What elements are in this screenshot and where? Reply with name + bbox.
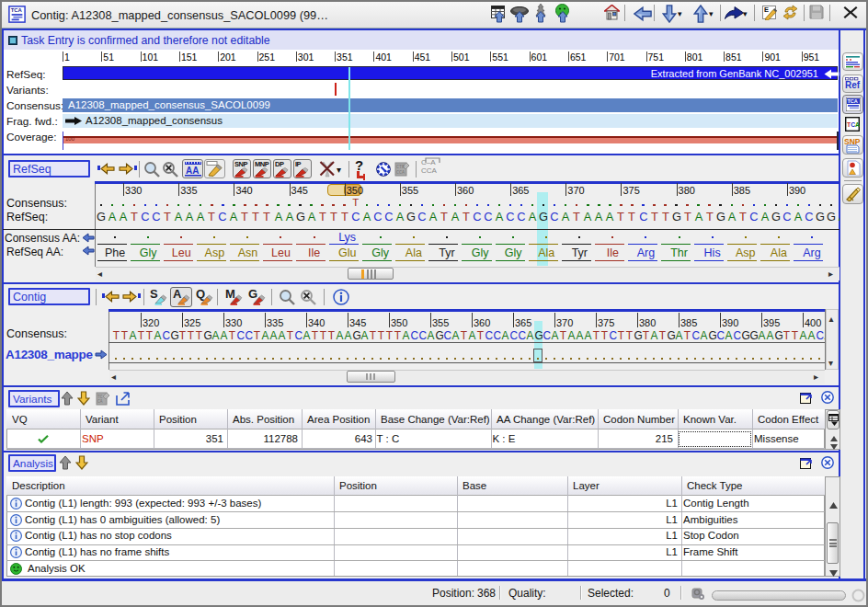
svg-text:TCA: TCA <box>847 121 860 128</box>
svg-text:Ref: Ref <box>845 80 861 90</box>
svg-text:TCA: TCA <box>848 98 858 104</box>
svg-text:TCA: TCA <box>11 7 23 13</box>
svg-text:SNP: SNP <box>844 137 861 146</box>
svg-text:CA: CA <box>97 399 103 404</box>
svg-text:AA: AA <box>186 166 199 176</box>
svg-text:E: E <box>764 6 769 14</box>
svg-text:CCA: CCA <box>396 170 405 176</box>
